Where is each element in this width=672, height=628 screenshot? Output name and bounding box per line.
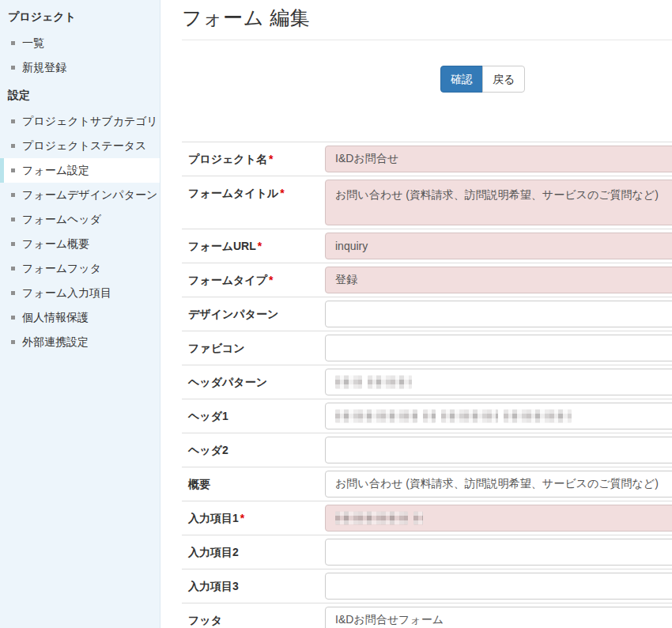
form-row: 入力項目3 bbox=[182, 569, 672, 603]
field-label-cell: ヘッダ2 bbox=[182, 437, 325, 463]
field-label-cell: ファビコン bbox=[182, 335, 325, 361]
bullet-icon bbox=[11, 291, 15, 295]
bullet-icon bbox=[11, 340, 15, 344]
sidebar-section-title: 設定 bbox=[0, 80, 160, 109]
sidebar-section: 設定 プロジェクトサブカテゴリ プロジェクトステータス フォーム設定 フォームデ… bbox=[0, 80, 160, 354]
sidebar-item-label: プロジェクトサブカテゴリ bbox=[22, 115, 158, 127]
field-label: ヘッダ2 bbox=[188, 444, 228, 456]
required-marker: * bbox=[269, 153, 273, 165]
sidebar-item[interactable]: 外部連携設定 bbox=[0, 330, 160, 354]
back-button[interactable]: 戻る bbox=[482, 66, 525, 93]
button-group: 確認 戻る bbox=[440, 66, 525, 93]
field-input[interactable] bbox=[325, 301, 672, 327]
field-label-cell: ヘッダ1 bbox=[182, 403, 325, 429]
field-input[interactable] bbox=[325, 233, 672, 259]
field-label-cell: デザインパターン bbox=[182, 301, 325, 327]
field-input[interactable] bbox=[325, 437, 672, 463]
field-input[interactable] bbox=[325, 539, 672, 566]
sidebar-item[interactable]: フォーム設定 bbox=[0, 158, 160, 183]
bullet-icon bbox=[11, 41, 15, 45]
sidebar-section-title: プロジェクト bbox=[0, 2, 160, 31]
bullet-icon bbox=[11, 168, 15, 172]
sidebar-item[interactable]: フォーム入力項目 bbox=[0, 281, 160, 305]
field-input[interactable] bbox=[325, 335, 672, 361]
sidebar-item[interactable]: フォーム概要 bbox=[0, 232, 160, 256]
sidebar-item-label: フォーム設定 bbox=[22, 164, 89, 176]
form-row: 入力項目2 bbox=[182, 535, 672, 569]
form-row: ファビコン bbox=[182, 331, 672, 365]
sidebar-item[interactable]: プロジェクトサブカテゴリ bbox=[0, 109, 160, 134]
sidebar-item-label: 一覧 bbox=[22, 36, 44, 49]
sidebar-item-label: フォームデザインパターン bbox=[22, 188, 157, 201]
required-marker: * bbox=[240, 512, 244, 524]
field-cell bbox=[325, 505, 672, 532]
sidebar: プロジェクト 一覧 新規登録 設定 プロジェクトサブカテゴリ プロジェクトステー… bbox=[0, 0, 160, 628]
field-input[interactable] bbox=[325, 607, 672, 628]
sidebar-list: 一覧 新規登録 bbox=[0, 31, 160, 80]
sidebar-item-label: プロジェクトステータス bbox=[22, 139, 146, 152]
required-marker: * bbox=[280, 187, 284, 199]
form-row: フォームタイプ* bbox=[182, 263, 672, 297]
field-label-cell: 入力項目2 bbox=[182, 539, 325, 566]
toolbar: 確認 戻る bbox=[440, 66, 672, 91]
field-label: 入力項目3 bbox=[188, 580, 239, 592]
sidebar-item-label: 新規登録 bbox=[22, 61, 66, 74]
form-row: フッタ bbox=[182, 603, 672, 628]
form-row: フォームタイトル* お問い合わせ (資料請求、訪問説明希望、サービスのご質問など… bbox=[182, 176, 672, 229]
sidebar-item[interactable]: 新規登録 bbox=[0, 55, 160, 80]
field-cell bbox=[325, 267, 672, 293]
field-label-cell: フォームタイトル* bbox=[182, 180, 325, 225]
field-input[interactable] bbox=[325, 573, 672, 600]
field-label-cell: フォームタイプ* bbox=[182, 267, 325, 293]
required-marker: * bbox=[269, 274, 273, 286]
sidebar-item-label: フォーム入力項目 bbox=[22, 286, 111, 299]
field-label: ヘッダパターン bbox=[188, 376, 267, 388]
field-label: ヘッダ1 bbox=[188, 410, 228, 422]
sidebar-item[interactable]: プロジェクトステータス bbox=[0, 134, 160, 158]
form-row: ヘッダ1 bbox=[182, 399, 672, 433]
field-input[interactable] bbox=[325, 146, 672, 172]
field-cell bbox=[325, 573, 672, 600]
sidebar-sections: プロジェクト 一覧 新規登録 設定 プロジェクトサブカテゴリ プロジェクトステー… bbox=[0, 2, 160, 354]
field-label: フォームURL bbox=[188, 240, 256, 252]
field-cell bbox=[325, 403, 672, 429]
sidebar-list: プロジェクトサブカテゴリ プロジェクトステータス フォーム設定 フォームデザイン… bbox=[0, 109, 160, 354]
field-cell: お問い合わせ (資料請求、訪問説明希望、サービスのご質問など) bbox=[325, 180, 672, 225]
field-cell bbox=[325, 335, 672, 361]
field-label: フッタ bbox=[188, 614, 222, 626]
bullet-icon bbox=[11, 66, 15, 70]
field-label: フォームタイプ bbox=[188, 274, 267, 286]
field-cell bbox=[325, 146, 672, 172]
field-cell bbox=[325, 539, 672, 566]
sidebar-item-label: フォーム概要 bbox=[22, 237, 89, 250]
confirm-button[interactable]: 確認 bbox=[440, 66, 483, 93]
field-label-cell: 入力項目3 bbox=[182, 573, 325, 600]
field-label: 概要 bbox=[188, 478, 210, 490]
sidebar-item[interactable]: 個人情報保護 bbox=[0, 305, 160, 330]
field-cell bbox=[325, 607, 672, 628]
divider bbox=[182, 40, 672, 40]
sidebar-item[interactable]: フォームフッタ bbox=[0, 256, 160, 281]
field-input[interactable] bbox=[325, 471, 672, 497]
field-label-cell: ヘッダパターン bbox=[182, 369, 325, 395]
field-input[interactable] bbox=[325, 505, 672, 532]
field-label-cell: プロジェクト名* bbox=[182, 146, 325, 172]
form-row: デザインパターン bbox=[182, 297, 672, 331]
sidebar-item[interactable]: フォームデザインパターン bbox=[0, 183, 160, 207]
form-row: ヘッダ2 bbox=[182, 433, 672, 467]
sidebar-item-label: 外部連携設定 bbox=[22, 335, 89, 348]
bullet-icon bbox=[11, 144, 15, 148]
sidebar-item-label: 個人情報保護 bbox=[22, 311, 89, 323]
bullet-icon bbox=[11, 242, 15, 246]
sidebar-item[interactable]: 一覧 bbox=[0, 31, 160, 55]
field-input[interactable] bbox=[325, 369, 672, 395]
field-cell bbox=[325, 437, 672, 463]
form-row: プロジェクト名* bbox=[182, 142, 672, 176]
field-label-cell: フッタ bbox=[182, 607, 325, 628]
field-input[interactable] bbox=[325, 403, 672, 429]
field-input[interactable] bbox=[325, 267, 672, 293]
sidebar-item[interactable]: フォームヘッダ bbox=[0, 207, 160, 232]
page-title: フォーム 編集 bbox=[182, 5, 672, 31]
bullet-icon bbox=[11, 193, 15, 197]
field-input[interactable]: お問い合わせ (資料請求、訪問説明希望、サービスのご質問など) bbox=[325, 180, 672, 225]
